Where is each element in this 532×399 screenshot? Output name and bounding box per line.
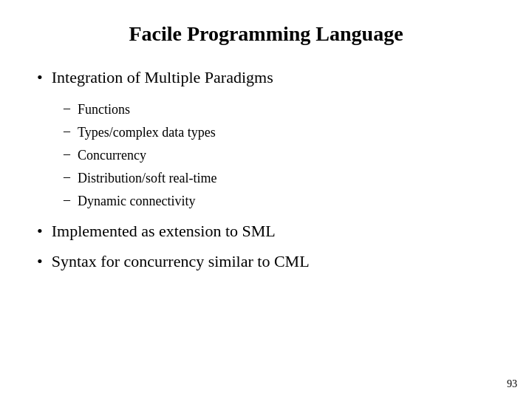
sub-bullets-1: – Functions – Types/complex data types –… (64, 100, 495, 211)
sub-bullet-text-1-1: Functions (78, 100, 130, 120)
sub-bullet-item-1-1: – Functions (64, 100, 495, 120)
sub-bullet-text-1-4: Distribution/soft real-time (78, 168, 216, 188)
sub-bullet-text-1-2: Types/complex data types (78, 123, 216, 143)
sub-bullet-dash-1-2: – (64, 123, 70, 139)
sub-bullet-dash-1-4: – (64, 169, 70, 185)
slide-title: Facile Programming Language (37, 22, 495, 46)
slide-container: Facile Programming Language • Integratio… (0, 0, 532, 399)
sub-bullet-dash-1-3: – (64, 146, 70, 162)
bullet-item-1: • Integration of Multiple Paradigms (37, 66, 495, 89)
bullet-text-2: Implemented as extension to SML (52, 220, 276, 243)
sub-bullet-dash-1-1: – (64, 100, 70, 116)
bullet-text-1: Integration of Multiple Paradigms (52, 66, 273, 89)
bullet-dot-1: • (37, 68, 43, 87)
sub-bullet-item-1-5: – Dynamic connectivity (64, 191, 495, 211)
bullet-dot-3: • (37, 252, 43, 271)
sub-bullet-item-1-2: – Types/complex data types (64, 123, 495, 143)
bullet-item-3: • Syntax for concurrency similar to CML (37, 250, 495, 273)
sub-bullet-dash-1-5: – (64, 192, 70, 208)
bullet-item-2: • Implemented as extension to SML (37, 220, 495, 243)
sub-bullet-text-1-5: Dynamic connectivity (78, 191, 195, 211)
sub-bullet-item-1-4: – Distribution/soft real-time (64, 168, 495, 188)
sub-bullet-item-1-3: – Concurrency (64, 146, 495, 166)
sub-bullet-text-1-3: Concurrency (78, 146, 146, 166)
bullet-text-3: Syntax for concurrency similar to CML (52, 250, 310, 273)
page-number: 93 (507, 378, 517, 390)
bullet-section: • Integration of Multiple Paradigms – Fu… (37, 66, 495, 280)
bullet-dot-2: • (37, 222, 43, 241)
